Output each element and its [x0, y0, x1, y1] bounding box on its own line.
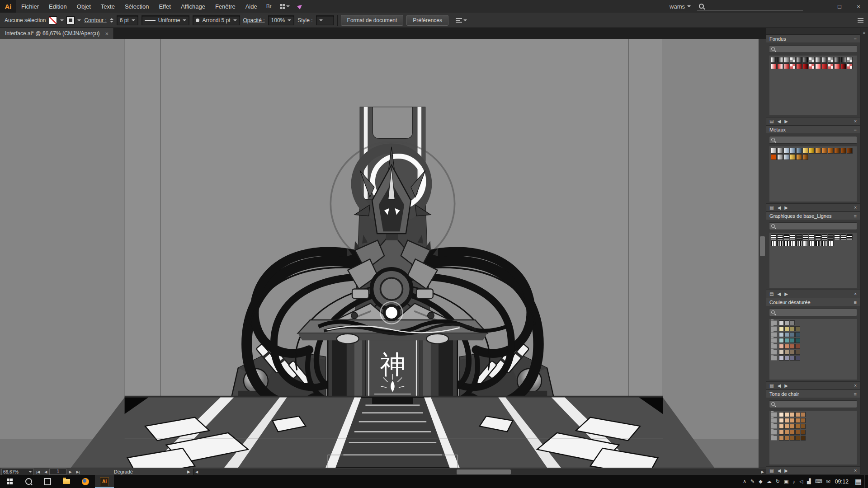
- swatch-libraries-icon[interactable]: ▤: [769, 291, 774, 296]
- color-swatch[interactable]: [790, 412, 795, 417]
- panel-search-input[interactable]: [769, 222, 857, 230]
- color-swatch[interactable]: [790, 418, 795, 423]
- maximize-button[interactable]: □: [830, 0, 849, 13]
- chevron-down-icon[interactable]: [77, 19, 81, 23]
- menu-affichage[interactable]: Affichage: [176, 0, 210, 13]
- gpu-performance-button[interactable]: [298, 4, 302, 9]
- color-swatch[interactable]: [784, 332, 789, 337]
- color-swatch[interactable]: [784, 344, 789, 349]
- swatch[interactable]: [821, 148, 827, 154]
- swatch[interactable]: [777, 240, 783, 246]
- swatch[interactable]: [828, 240, 834, 246]
- document-setup-button[interactable]: Format de document: [341, 15, 404, 26]
- previous-artboard-button[interactable]: ◀: [42, 470, 49, 474]
- previous-library-icon[interactable]: ◀: [777, 291, 781, 296]
- color-swatch[interactable]: [790, 332, 795, 337]
- color-swatch[interactable]: [795, 356, 800, 361]
- swatch[interactable]: [847, 148, 853, 154]
- color-swatch[interactable]: [779, 326, 784, 331]
- color-swatch[interactable]: [784, 356, 789, 361]
- color-swatch[interactable]: [790, 320, 795, 325]
- swatch[interactable]: [777, 148, 783, 154]
- swatch[interactable]: [840, 148, 846, 154]
- color-swatch[interactable]: [779, 412, 784, 417]
- swatch[interactable]: [834, 57, 840, 63]
- swatch[interactable]: [809, 148, 815, 154]
- swatch[interactable]: [790, 57, 796, 63]
- color-swatch[interactable]: [795, 338, 800, 343]
- vertical-scrollbar[interactable]: [759, 39, 766, 468]
- swatch[interactable]: [790, 154, 796, 160]
- panel-header[interactable]: Graphiques de base_Lignes≡: [766, 212, 860, 220]
- tray-sync-icon[interactable]: ↻: [776, 479, 780, 484]
- swatch[interactable]: [821, 63, 827, 69]
- swatch[interactable]: [777, 234, 783, 240]
- brush-definition-dropdown[interactable]: Arrondi 5 pt: [193, 15, 240, 25]
- swatch[interactable]: [847, 63, 853, 69]
- color-group-row[interactable]: [771, 332, 855, 337]
- stroke-panel-link[interactable]: Contour :: [84, 17, 106, 23]
- panel-search-input[interactable]: [769, 309, 857, 316]
- color-swatch[interactable]: [779, 418, 784, 423]
- color-swatch[interactable]: [779, 332, 784, 337]
- swatch[interactable]: [783, 240, 789, 246]
- color-swatch[interactable]: [790, 338, 795, 343]
- status-bar-menu-arrow[interactable]: ▶: [187, 469, 190, 474]
- swatch[interactable]: [834, 148, 840, 154]
- color-swatch[interactable]: [801, 418, 806, 423]
- swatch[interactable]: [809, 63, 815, 69]
- artboard-number-field[interactable]: 1: [49, 469, 66, 475]
- previous-library-icon[interactable]: ◀: [777, 383, 781, 388]
- swatch[interactable]: [771, 240, 777, 246]
- color-group-row[interactable]: [771, 356, 855, 361]
- color-swatch[interactable]: [790, 430, 795, 435]
- color-group-row[interactable]: [771, 338, 855, 343]
- swatch[interactable]: [828, 234, 834, 240]
- close-button[interactable]: ×: [849, 0, 868, 13]
- swatch[interactable]: [802, 240, 808, 246]
- color-swatch[interactable]: [779, 356, 784, 361]
- document-canvas[interactable]: 神: [0, 39, 766, 468]
- color-group-row[interactable]: [771, 320, 855, 325]
- tray-chat-icon[interactable]: ✉: [826, 479, 830, 484]
- align-options-button[interactable]: [456, 18, 467, 23]
- fill-none-swatch[interactable]: [49, 16, 57, 24]
- tray-pen-icon[interactable]: ✎: [750, 479, 755, 484]
- swatch[interactable]: [834, 63, 840, 69]
- menu-edition[interactable]: Edition: [44, 0, 72, 13]
- width-profile-dropdown[interactable]: Uniforme: [142, 15, 190, 25]
- swatch[interactable]: [828, 57, 834, 63]
- menu-fen-tre[interactable]: Fenêtre: [210, 0, 241, 13]
- tray-keyboard-icon[interactable]: ⌨: [815, 479, 822, 484]
- close-panel-icon[interactable]: ×: [854, 291, 857, 296]
- color-swatch[interactable]: [784, 430, 789, 435]
- swatch[interactable]: [847, 234, 853, 240]
- taskbar-clock[interactable]: 09:12: [832, 479, 852, 485]
- taskbar-start-button[interactable]: [0, 475, 19, 488]
- swatch[interactable]: [771, 154, 777, 160]
- color-group-row[interactable]: [771, 430, 855, 435]
- swatch[interactable]: [802, 234, 808, 240]
- zoom-level-dropdown[interactable]: 66,67%: [1, 469, 34, 475]
- color-swatch[interactable]: [790, 326, 795, 331]
- swatch[interactable]: [790, 234, 796, 240]
- swatch[interactable]: [840, 234, 846, 240]
- swatch[interactable]: [809, 240, 815, 246]
- color-swatch[interactable]: [801, 424, 806, 429]
- previous-library-icon[interactable]: ◀: [777, 205, 781, 210]
- color-swatch[interactable]: [795, 418, 800, 423]
- color-group-row[interactable]: [771, 436, 855, 441]
- swatch[interactable]: [840, 63, 846, 69]
- color-group-row[interactable]: [771, 350, 855, 355]
- swatch[interactable]: [777, 154, 783, 160]
- color-swatch[interactable]: [801, 430, 806, 435]
- control-panel-menu-icon[interactable]: [858, 18, 863, 23]
- first-artboard-button[interactable]: |◀: [34, 470, 42, 474]
- tray-security-icon[interactable]: ◆: [759, 479, 762, 484]
- tray-cloud-icon[interactable]: ☁: [767, 479, 772, 484]
- color-swatch[interactable]: [790, 344, 795, 349]
- color-swatch[interactable]: [779, 338, 784, 343]
- close-panel-icon[interactable]: ×: [854, 119, 857, 124]
- close-panel-icon[interactable]: ×: [854, 205, 857, 210]
- swatch[interactable]: [777, 63, 783, 69]
